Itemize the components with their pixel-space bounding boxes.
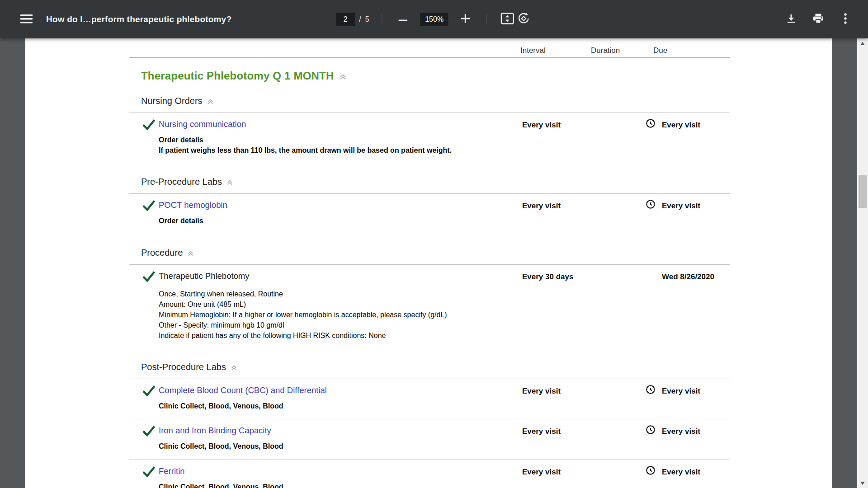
- menu-button[interactable]: [18, 11, 34, 28]
- interval-value: Every 30 days: [522, 271, 573, 283]
- page-separator: /: [359, 15, 361, 23]
- section-heading: Pre-Procedure Labs: [129, 177, 730, 194]
- column-header-duration: Duration: [591, 46, 620, 55]
- print-button[interactable]: [810, 11, 826, 28]
- page-number-input[interactable]: [336, 13, 355, 26]
- order-details: Once, Starting when released, RoutineAmo…: [159, 289, 730, 341]
- collapse-chevrons-icon: [207, 98, 214, 105]
- order-name: Complete Blood Count (CBC) and Different…: [159, 385, 327, 395]
- order-detail-line: If patient weighs less than 110 lbs, the…: [159, 145, 730, 156]
- due-value: Every visit: [662, 426, 700, 437]
- table-column-headers: Interval Duration Due: [129, 45, 730, 58]
- rotate-counterclockwise-icon: [518, 12, 530, 26]
- order-details: Clinic Collect, Blood, Venous, Blood: [159, 482, 730, 488]
- pdf-toolbar: How do I…perform therapeutic phlebotomy?…: [0, 0, 868, 38]
- collapse-chevrons-icon: [187, 250, 194, 257]
- download-button[interactable]: [783, 11, 799, 28]
- clock-icon: [646, 385, 656, 398]
- order-name: Therapeutic Phlebotomy: [159, 271, 250, 281]
- collapse-chevrons-icon: [226, 179, 233, 186]
- document-title: How do I…perform therapeutic phlebotomy?: [46, 14, 231, 24]
- interval-value: Every visit: [522, 466, 561, 478]
- document-section: Pre-Procedure Labs POCT hemoglobin Every…: [25, 177, 832, 234]
- order-details: Clinic Collect, Blood, Venous, Blood: [159, 441, 730, 452]
- interval-value: Every visit: [522, 385, 561, 397]
- hamburger-menu-icon: [20, 14, 33, 25]
- order-detail-line: Amount: One unit (485 mL): [159, 299, 730, 310]
- plan-title-row: Therapeutic Phlebotomy Q 1 MONTH: [141, 70, 832, 82]
- scroll-down-arrow-icon: [860, 482, 865, 485]
- document-section: Post-Procedure Labs Complete Blood Count…: [25, 362, 832, 488]
- toolbar-divider: [486, 14, 487, 24]
- document-section: Nursing Orders Nursing communication Eve…: [25, 96, 832, 163]
- order-name: Iron and Iron Binding Capacity: [159, 426, 271, 435]
- toolbar-divider: [382, 14, 382, 24]
- section-heading: Procedure: [129, 248, 730, 265]
- scroll-up-arrow-icon: [860, 42, 865, 45]
- order-detail-line: Other - Specify: minimum hgb 10 gm/dl: [159, 320, 730, 330]
- document-section: Procedure Therapeutic Phlebotomy Every 3…: [25, 248, 832, 348]
- due-cell: Wed 8/26/2020: [646, 270, 714, 284]
- minus-icon: [399, 16, 408, 23]
- order-detail-line: Indicate if patient has any of the follo…: [159, 330, 730, 341]
- order-name: Nursing communication: [159, 119, 246, 129]
- due-value: Every visit: [662, 200, 700, 212]
- due-value: Every visit: [662, 466, 700, 478]
- interval-value: Every visit: [522, 426, 561, 437]
- order-detail-line: Once, Starting when released, Routine: [159, 289, 730, 299]
- due-cell: Every visit: [646, 118, 700, 132]
- table-row: Nursing communication Every visit Every …: [129, 113, 730, 163]
- order-row-head: Nursing communication Every visit Every …: [129, 118, 730, 131]
- interval-value: Every visit: [522, 119, 561, 131]
- order-row-head: Ferritin Every visit Every visit: [129, 465, 730, 478]
- vertical-scrollbar[interactable]: [857, 38, 868, 488]
- order-detail-line: Clinic Collect, Blood, Venous, Blood: [159, 401, 730, 412]
- clock-icon: [646, 118, 656, 132]
- more-options-button[interactable]: [837, 11, 854, 28]
- scroll-up-button[interactable]: [857, 38, 868, 48]
- order-details: Order detailsIf patient weighs less than…: [159, 135, 730, 155]
- order-row-head: Iron and Iron Binding Capacity Every vis…: [129, 425, 730, 437]
- table-row: POCT hemoglobin Every visit Every visit …: [129, 194, 730, 234]
- download-icon: [786, 13, 797, 25]
- section-heading: Nursing Orders: [129, 96, 730, 113]
- section-heading: Post-Procedure Labs: [129, 362, 730, 379]
- order-details: Order details: [159, 216, 730, 226]
- table-row: Complete Blood Count (CBC) and Different…: [129, 379, 730, 420]
- table-row: Therapeutic Phlebotomy Every 30 days Wed…: [129, 265, 730, 348]
- clock-icon: [646, 465, 656, 479]
- clock-icon: [646, 199, 656, 213]
- section-heading-label: Procedure: [141, 248, 183, 258]
- collapse-chevrons-icon: [231, 364, 237, 371]
- zoom-out-button[interactable]: [395, 11, 411, 28]
- due-cell: Every visit: [646, 425, 700, 438]
- order-name: Ferritin: [159, 466, 185, 476]
- plus-icon: [461, 14, 470, 24]
- zoom-level[interactable]: 150%: [420, 13, 448, 26]
- order-row-head: Therapeutic Phlebotomy Every 30 days Wed…: [129, 270, 730, 282]
- scrollbar-thumb[interactable]: [859, 175, 867, 208]
- due-value: Every visit: [662, 385, 700, 397]
- pdf-page: Interval Duration Due Therapeutic Phlebo…: [25, 38, 832, 488]
- due-value: Wed 8/26/2020: [662, 271, 714, 283]
- section-heading-label: Post-Procedure Labs: [141, 362, 226, 372]
- interval-value: Every visit: [522, 200, 561, 212]
- document-content: Interval Duration Due Therapeutic Phlebo…: [25, 45, 832, 488]
- rotate-button[interactable]: [516, 11, 532, 28]
- document-sections: Nursing Orders Nursing communication Eve…: [25, 96, 832, 488]
- due-cell: Every visit: [646, 199, 700, 213]
- order-row-head: POCT hemoglobin Every visit Every visit: [129, 199, 730, 211]
- column-header-due: Due: [653, 46, 667, 55]
- scroll-down-button[interactable]: [857, 478, 868, 488]
- zoom-in-button[interactable]: [458, 11, 474, 28]
- section-heading-label: Pre-Procedure Labs: [141, 177, 222, 187]
- due-cell: Every visit: [646, 385, 700, 398]
- order-detail-line: Clinic Collect, Blood, Venous, Blood: [159, 482, 730, 488]
- pdf-viewer-area: Interval Duration Due Therapeutic Phlebo…: [0, 38, 868, 488]
- order-row-head: Complete Blood Count (CBC) and Different…: [129, 385, 730, 397]
- due-cell: Every visit: [646, 465, 700, 479]
- fit-to-page-button[interactable]: [500, 11, 516, 28]
- page-total: 5: [365, 15, 369, 23]
- due-value: Every visit: [662, 119, 700, 131]
- order-detail-line: Order details: [159, 216, 730, 226]
